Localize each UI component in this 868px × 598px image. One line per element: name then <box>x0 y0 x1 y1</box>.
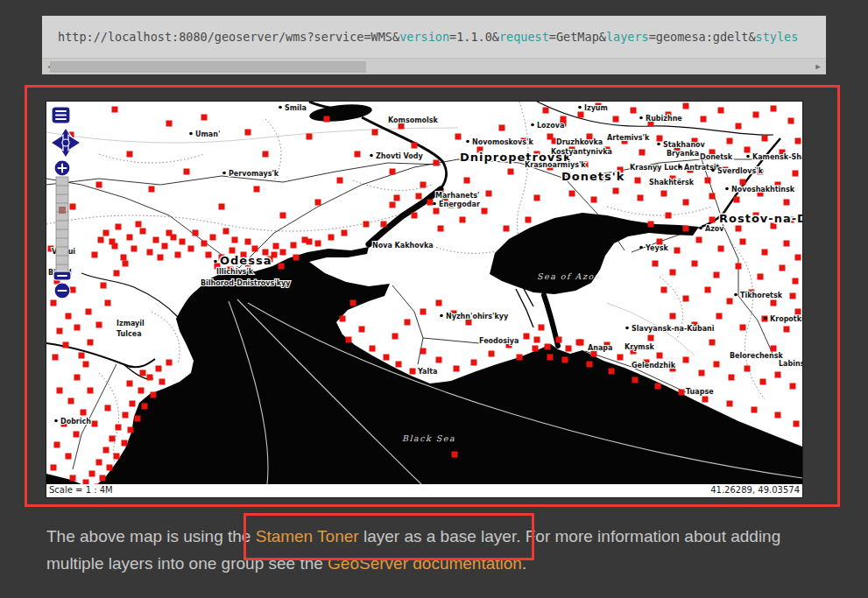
paragraph-text-3: . <box>522 554 526 573</box>
zoom-slider-track[interactable] <box>56 177 68 275</box>
stamen-toner-link[interactable]: Stamen Toner <box>256 527 359 545</box>
gdelt-event-dot <box>762 250 768 256</box>
gdelt-event-dot <box>280 250 286 256</box>
zoom-slider-handle[interactable] <box>53 271 71 280</box>
gdelt-event-dot <box>127 235 133 241</box>
paragraph-text-1: The above map is using the <box>46 527 256 545</box>
gdelt-event-dot <box>68 398 74 405</box>
city-marker <box>639 116 643 120</box>
gdelt-event-dot <box>736 264 742 270</box>
map-city-label: Donetsk <box>700 153 733 161</box>
gdelt-event-dot <box>784 241 790 247</box>
gdelt-event-dot <box>547 355 554 361</box>
gdelt-event-dot <box>591 197 597 203</box>
gdelt-event-dot <box>66 313 72 320</box>
gdelt-event-dot <box>420 182 427 188</box>
gdelt-event-dot <box>342 230 348 236</box>
gdelt-event-dot <box>771 346 777 352</box>
geoserver-documentation-link[interactable]: GeoServer documentation <box>328 554 522 573</box>
gdelt-event-dot <box>193 230 199 236</box>
gdelt-event-dot <box>795 255 801 261</box>
gdelt-event-dot <box>613 188 619 194</box>
map-canvas: SmilaUman'KomsomolskNovomoskovs'kDniprop… <box>46 102 802 484</box>
map-city-label: Izmayil <box>116 320 145 327</box>
gdelt-event-dot <box>727 138 733 144</box>
map-city-label: Anapa <box>588 344 612 352</box>
gdelt-event-dot <box>578 112 584 118</box>
zoom-in-button[interactable] <box>54 160 70 176</box>
gdelt-event-dot <box>147 250 153 256</box>
city-marker <box>370 154 373 158</box>
gdelt-event-dot <box>112 243 118 250</box>
gdelt-event-dot <box>252 246 258 252</box>
code-horizontal-scrollbar[interactable]: ◄ ► <box>42 58 826 74</box>
gdelt-event-dot <box>727 401 733 407</box>
gdelt-event-dot <box>631 108 637 114</box>
scroll-right-arrow-icon[interactable]: ► <box>810 59 826 74</box>
url-token: layers <box>606 30 649 44</box>
map-city-label: Tulcea <box>116 330 142 338</box>
gdelt-event-dot <box>232 237 238 243</box>
scrollbar-thumb[interactable] <box>50 61 366 73</box>
gdelt-event-dot <box>420 309 427 315</box>
gdelt-event-dot <box>223 229 229 235</box>
gdelt-event-dot <box>420 348 427 355</box>
gdelt-event-dot <box>101 283 107 289</box>
map-city-label: Bryanka <box>667 150 699 158</box>
map-controls[interactable] <box>46 102 99 307</box>
gdelt-event-dot <box>350 300 356 306</box>
map-city-label: Kostyantynivka <box>551 148 612 156</box>
city-marker <box>678 165 681 169</box>
gdelt-event-dot <box>436 300 442 306</box>
gdelt-event-dot <box>412 143 418 149</box>
gdelt-event-dot <box>524 334 530 340</box>
gdelt-event-dot <box>96 460 102 466</box>
map-city-label: Donets'k <box>561 170 625 183</box>
gdelt-event-dot <box>123 412 129 419</box>
gdelt-event-dot <box>670 270 676 276</box>
url-token: http://localhost:8080/geoserver/wms?serv… <box>58 30 399 44</box>
gdelt-event-dot <box>370 346 376 352</box>
gdelt-event-dot <box>734 197 740 203</box>
gdelt-event-dot <box>508 169 514 175</box>
gdelt-event-dot <box>657 136 663 142</box>
gdelt-event-dot <box>790 383 796 390</box>
gdelt-event-dot <box>679 390 685 396</box>
gdelt-event-dot <box>201 115 208 121</box>
gdelt-event-dot <box>54 442 60 448</box>
gdelt-event-dot <box>539 325 545 331</box>
gdelt-event-dot <box>745 147 751 153</box>
gdelt-event-dot <box>670 313 676 320</box>
city-marker <box>440 314 443 318</box>
gdelt-event-dot <box>138 388 145 394</box>
gdelt-event-dot <box>340 316 346 322</box>
city-marker <box>222 172 226 175</box>
gdelt-event-dot <box>363 222 370 228</box>
gdelt-event-dot <box>760 379 766 385</box>
gdelt-event-dot <box>74 325 81 331</box>
gdelt-event-dot <box>569 191 575 197</box>
gdelt-event-dot <box>655 383 661 390</box>
map-city-label: Dobrich <box>60 418 91 426</box>
pan-control[interactable] <box>51 128 81 158</box>
gdelt-event-dot <box>771 300 777 306</box>
gdelt-event-dot <box>188 246 194 252</box>
gdelt-event-dot <box>609 369 615 375</box>
gdelt-event-dot <box>562 357 568 363</box>
zoom-out-button[interactable] <box>54 283 70 299</box>
layer-switcher-icon[interactable] <box>52 107 70 123</box>
gdelt-event-dot <box>705 178 711 184</box>
gdelt-event-dot <box>156 366 162 372</box>
gdelt-event-dot <box>128 427 134 433</box>
gdelt-event-dot <box>307 134 313 140</box>
gdelt-event-dot <box>70 475 76 482</box>
gdelt-event-dot <box>702 397 709 403</box>
wms-map-viewport[interactable]: SmilaUman'KomsomolskNovomoskovs'kDniprop… <box>46 101 803 498</box>
gdelt-event-dot <box>210 235 216 241</box>
city-marker <box>657 143 660 146</box>
gdelt-event-dot <box>790 293 796 299</box>
gdelt-event-dot <box>556 337 562 343</box>
map-city-label: Kropotkin <box>770 315 802 323</box>
gdelt-event-dot <box>159 379 166 385</box>
gdelt-event-dot <box>201 241 208 247</box>
